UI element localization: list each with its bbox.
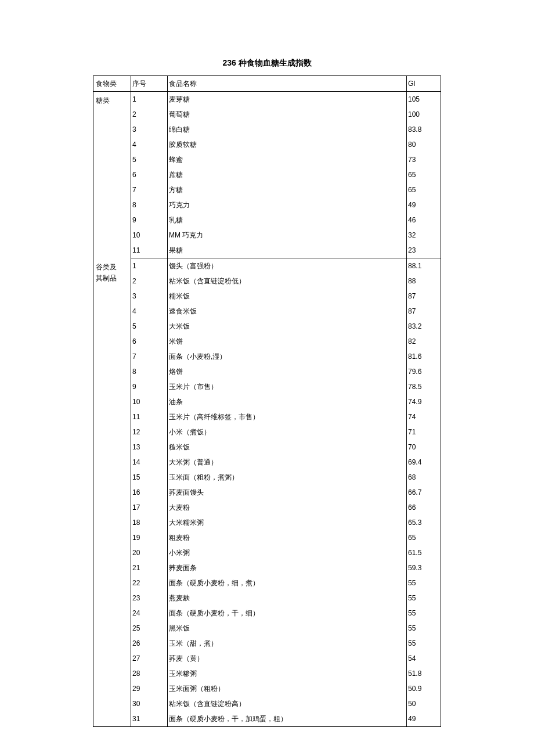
row-name: 蔗糖 bbox=[168, 167, 407, 182]
row-gi: 88.1 bbox=[407, 258, 441, 274]
row-gi: 49 bbox=[407, 711, 441, 727]
row-no: 31 bbox=[131, 711, 168, 727]
row-name: 粗麦粉 bbox=[168, 530, 407, 545]
row-no: 13 bbox=[131, 440, 168, 455]
row-gi: 54 bbox=[407, 651, 441, 666]
row-name: 玉米糁粥 bbox=[168, 666, 407, 681]
row-name: 烙饼 bbox=[168, 364, 407, 379]
row-gi: 74.9 bbox=[407, 394, 441, 409]
row-no: 10 bbox=[131, 228, 168, 243]
row-no: 8 bbox=[131, 197, 168, 213]
row-gi: 68 bbox=[407, 470, 441, 485]
row-gi: 87 bbox=[407, 304, 441, 319]
row-name: 胶质软糖 bbox=[168, 137, 407, 152]
row-name: 荞麦面条 bbox=[168, 560, 407, 575]
row-gi: 49 bbox=[407, 197, 441, 213]
row-gi: 55 bbox=[407, 575, 441, 591]
row-gi: 66.7 bbox=[407, 485, 441, 500]
header-no: 序号 bbox=[131, 76, 168, 92]
row-no: 8 bbox=[131, 364, 168, 379]
row-no: 6 bbox=[131, 167, 168, 182]
row-no: 21 bbox=[131, 560, 168, 575]
row-name: 速食米饭 bbox=[168, 304, 407, 319]
row-no: 25 bbox=[131, 621, 168, 636]
row-gi: 55 bbox=[407, 621, 441, 636]
row-no: 5 bbox=[131, 152, 168, 167]
row-name: 油条 bbox=[168, 394, 407, 409]
row-gi: 65 bbox=[407, 530, 441, 545]
row-gi: 78.5 bbox=[407, 379, 441, 394]
row-no: 29 bbox=[131, 681, 168, 696]
row-gi: 66 bbox=[407, 500, 441, 515]
row-no: 15 bbox=[131, 470, 168, 485]
row-gi: 61.5 bbox=[407, 545, 441, 560]
row-name: 糙米饭 bbox=[168, 440, 407, 455]
row-gi: 70 bbox=[407, 440, 441, 455]
row-gi: 80 bbox=[407, 137, 441, 152]
row-gi: 88 bbox=[407, 273, 441, 289]
row-no: 2 bbox=[131, 107, 168, 122]
row-name: 果糖 bbox=[168, 243, 407, 258]
row-no: 10 bbox=[131, 394, 168, 409]
row-gi: 74 bbox=[407, 409, 441, 424]
row-gi: 81.6 bbox=[407, 349, 441, 364]
row-no: 16 bbox=[131, 485, 168, 500]
row-name: 玉米面（粗粉，煮粥） bbox=[168, 470, 407, 485]
row-gi: 100 bbox=[407, 107, 441, 122]
row-no: 27 bbox=[131, 651, 168, 666]
row-name: 黑米饭 bbox=[168, 621, 407, 636]
row-name: 乳糖 bbox=[168, 213, 407, 228]
row-name: 粘米饭（含直链淀粉高） bbox=[168, 696, 407, 711]
row-name: 玉米（甜，煮） bbox=[168, 636, 407, 651]
row-gi: 83.8 bbox=[407, 122, 441, 137]
row-gi: 23 bbox=[407, 243, 441, 258]
row-no: 5 bbox=[131, 319, 168, 334]
row-name: 葡萄糖 bbox=[168, 107, 407, 122]
row-gi: 83.2 bbox=[407, 319, 441, 334]
row-gi: 55 bbox=[407, 591, 441, 606]
row-name: 燕麦麸 bbox=[168, 591, 407, 606]
row-name: 荞麦（黄） bbox=[168, 651, 407, 666]
row-no: 1 bbox=[131, 258, 168, 274]
header-category: 食物类 bbox=[93, 76, 131, 92]
row-no: 4 bbox=[131, 304, 168, 319]
row-no: 17 bbox=[131, 500, 168, 515]
row-gi: 82 bbox=[407, 334, 441, 349]
row-no: 18 bbox=[131, 515, 168, 530]
row-no: 24 bbox=[131, 606, 168, 621]
row-name: 大米糯米粥 bbox=[168, 515, 407, 530]
row-no: 7 bbox=[131, 182, 168, 197]
row-no: 9 bbox=[131, 379, 168, 394]
row-name: 大米饭 bbox=[168, 319, 407, 334]
header-name: 食品名称 bbox=[168, 76, 407, 92]
row-name: 大麦粉 bbox=[168, 500, 407, 515]
row-name: 玉米片（高纤维标签，市售） bbox=[168, 409, 407, 424]
row-no: 28 bbox=[131, 666, 168, 681]
row-gi: 69.4 bbox=[407, 455, 441, 470]
row-gi: 65.3 bbox=[407, 515, 441, 530]
row-name: 麦芽糖 bbox=[168, 92, 407, 107]
row-name: 方糖 bbox=[168, 182, 407, 197]
row-gi: 32 bbox=[407, 228, 441, 243]
gi-table: 食物类序号食品名称GI糖类1麦芽糖1052葡萄糖1003绵白糖83.84胶质软糖… bbox=[93, 75, 441, 727]
row-no: 6 bbox=[131, 334, 168, 349]
row-name: 绵白糖 bbox=[168, 122, 407, 137]
row-no: 11 bbox=[131, 243, 168, 258]
row-gi: 55 bbox=[407, 636, 441, 651]
row-no: 22 bbox=[131, 575, 168, 591]
row-no: 7 bbox=[131, 349, 168, 364]
row-gi: 87 bbox=[407, 289, 441, 304]
row-no: 14 bbox=[131, 455, 168, 470]
row-no: 3 bbox=[131, 289, 168, 304]
row-no: 23 bbox=[131, 591, 168, 606]
row-gi: 50 bbox=[407, 696, 441, 711]
row-name: 小米（煮饭） bbox=[168, 424, 407, 440]
header-gi: GI bbox=[407, 76, 441, 92]
row-gi: 105 bbox=[407, 92, 441, 107]
row-no: 4 bbox=[131, 137, 168, 152]
row-no: 9 bbox=[131, 213, 168, 228]
row-no: 3 bbox=[131, 122, 168, 137]
row-no: 12 bbox=[131, 424, 168, 440]
row-name: 面条（硬质小麦粉，干，细） bbox=[168, 606, 407, 621]
row-no: 1 bbox=[131, 92, 168, 107]
